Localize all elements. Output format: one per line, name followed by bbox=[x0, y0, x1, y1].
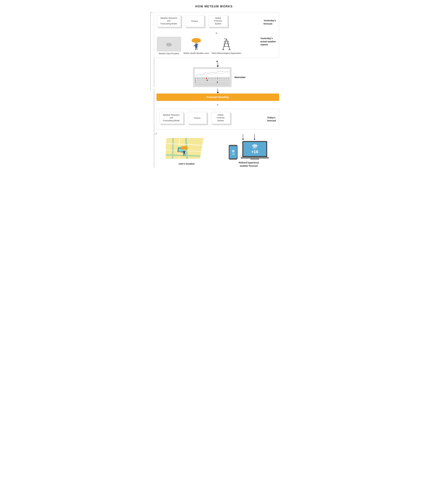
left-bracket-line-top bbox=[150, 12, 151, 90]
svg-line-8 bbox=[194, 45, 195, 46]
arrow-down-2 bbox=[217, 92, 219, 94]
svg-line-42 bbox=[182, 151, 183, 152]
svg-line-43 bbox=[185, 151, 186, 151]
slider-row-4 bbox=[195, 85, 230, 85]
bottom-output-section: User's location bbox=[156, 134, 279, 167]
forecast-blending-row: Forecast blending bbox=[154, 94, 279, 101]
mobile-label: Mobile Yandex.Weather users bbox=[184, 52, 209, 55]
svg-point-15 bbox=[197, 42, 197, 43]
foreca-card-front: Foreca bbox=[185, 15, 204, 27]
svg-line-27 bbox=[229, 49, 230, 50]
weather-data-label: Weather Data Providers bbox=[159, 52, 179, 55]
svg-line-12 bbox=[197, 48, 197, 50]
dot bbox=[195, 78, 196, 79]
tower-illustration bbox=[222, 37, 231, 51]
actual-row: * * * Weather Data Providers bbox=[157, 37, 276, 55]
page-wrapper: HOW METEUM WORKS Weather Research and Fo… bbox=[149, 5, 279, 167]
yesterdays-forecast-label: Yesterday's forecast bbox=[263, 19, 276, 25]
arrows-down-row bbox=[242, 134, 255, 140]
laptop-stand bbox=[250, 159, 259, 160]
forecast-row: Weather Research and Forecasting Model F… bbox=[157, 15, 276, 30]
svg-rect-7 bbox=[195, 44, 198, 48]
mobile-user-section: Mobile Yandex.Weather users bbox=[184, 37, 209, 55]
gfs-card-front-bottom: Global Forecast System bbox=[211, 112, 230, 124]
person-on-map bbox=[179, 145, 189, 158]
bracket-line bbox=[154, 58, 154, 67]
wrf-stack: Weather Research and Forecasting Model bbox=[157, 15, 183, 30]
svg-point-14 bbox=[196, 42, 196, 43]
wmo-label: World Meteorological Organization bbox=[212, 52, 241, 55]
slider-row-1 bbox=[195, 80, 230, 81]
wrf-card-front-bottom: Weather Research and Forecasting Model bbox=[159, 112, 183, 124]
arrow-to-phone bbox=[242, 134, 244, 140]
yesterdays-actual-label: Yesterday's actual weather reports bbox=[260, 37, 276, 46]
svg-point-10 bbox=[198, 43, 199, 44]
bottom-content: + Weather Research and Forecasting Model bbox=[156, 101, 279, 167]
matrixnet-row: MatrixNet bbox=[154, 67, 279, 87]
user-location-section: User's location bbox=[156, 134, 217, 165]
bottom-section-wrapper: + Weather Research and Forecasting Model bbox=[154, 101, 279, 167]
svg-line-44 bbox=[183, 154, 184, 155]
svg-point-2 bbox=[169, 43, 171, 45]
gfs-stack-bottom: Global Forecast System bbox=[211, 112, 232, 126]
bracket-line-3 bbox=[154, 89, 154, 94]
foreca-card-front-bottom: Foreca bbox=[188, 112, 207, 124]
foreca-stack: Foreca bbox=[185, 15, 206, 30]
bracket-h-line bbox=[154, 134, 156, 134]
matrix-dots-grid bbox=[195, 78, 230, 79]
svg-rect-41 bbox=[183, 151, 185, 154]
phone-screen: +16 bbox=[230, 146, 237, 158]
arrow-right-icon bbox=[217, 60, 218, 62]
matrix-sliders bbox=[195, 80, 230, 85]
top-box: Weather Research and Forecasting Model F… bbox=[154, 12, 279, 58]
slider-row-3 bbox=[195, 83, 230, 84]
v-line-2 bbox=[218, 89, 218, 92]
svg-text:* * *: * * * bbox=[167, 45, 169, 47]
user-location-label: User's location bbox=[179, 163, 195, 165]
matrixnet-chart-area bbox=[195, 69, 230, 77]
weather-data-card: * * * bbox=[157, 37, 181, 51]
weather-data-providers: * * * Weather Data Providers bbox=[157, 37, 181, 55]
svg-line-52 bbox=[254, 147, 255, 148]
matrixnet-content: MatrixNet bbox=[160, 67, 279, 87]
dot-red bbox=[206, 78, 207, 79]
bottom-box: Weather Research and Forecasting Model F… bbox=[156, 109, 279, 130]
svg-line-47 bbox=[232, 152, 232, 152]
forecast-blending-container: Forecast blending bbox=[156, 94, 279, 101]
svg-point-46 bbox=[232, 150, 235, 152]
phone-device: +16 bbox=[229, 145, 238, 160]
tower-icon bbox=[222, 38, 231, 50]
svg-line-11 bbox=[196, 48, 196, 50]
refined-forecast-label: Refined hyperlocal weather forecast bbox=[239, 161, 259, 167]
phone-temp: +16 bbox=[231, 153, 235, 155]
svg-line-26 bbox=[223, 49, 224, 50]
phone-rain-icon bbox=[231, 150, 235, 153]
bracket-arrow-right bbox=[156, 133, 157, 134]
connector-section bbox=[154, 58, 279, 67]
person-umbrella-icon bbox=[190, 37, 203, 51]
mid-connector bbox=[154, 89, 279, 94]
laptop-temp: +16 bbox=[251, 149, 258, 154]
matrixnet-label: MatrixNet bbox=[234, 76, 245, 79]
person-map-icon bbox=[179, 145, 189, 157]
phone-body: +16 bbox=[229, 145, 238, 160]
person-umbrella-illustration bbox=[190, 37, 203, 51]
plus-sign-2: + bbox=[156, 103, 279, 107]
gfs-card-front: Global Forecast System bbox=[209, 15, 228, 27]
arrow-to-matrixnet bbox=[156, 58, 279, 67]
svg-line-51 bbox=[253, 147, 254, 148]
bracket-line-5 bbox=[154, 101, 154, 167]
bottom-forecast-row: Weather Research and Forecasting Model F… bbox=[159, 112, 276, 126]
v-line-1 bbox=[218, 62, 218, 65]
arrow-to-laptop bbox=[254, 134, 255, 140]
bracket-line-4 bbox=[154, 94, 154, 101]
left-bracket-top-h bbox=[150, 12, 153, 12]
svg-line-45 bbox=[185, 154, 185, 155]
wmo-section: World Meteorological Organization bbox=[212, 37, 241, 55]
svg-point-13 bbox=[196, 42, 197, 44]
forecast-blending-bar: Forecast blending bbox=[156, 94, 279, 101]
matrixnet-chart-svg bbox=[196, 70, 230, 76]
todays-forecast-label: Today's forecast bbox=[267, 116, 276, 122]
svg-line-53 bbox=[256, 147, 256, 148]
svg-line-25 bbox=[222, 49, 223, 50]
